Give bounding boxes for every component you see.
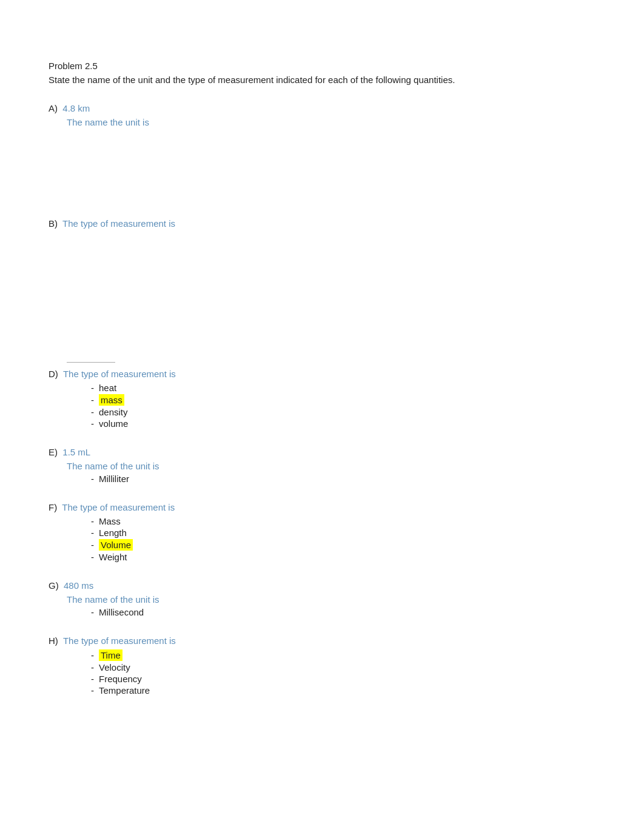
section-f: F) The type of measurement is -Mass -Len… [49, 502, 595, 562]
list-item: -heat [91, 383, 595, 393]
list-item: -Temperature [91, 685, 595, 696]
list-item: -Length [91, 528, 595, 538]
spacer-a [49, 146, 595, 218]
list-item: -density [91, 407, 595, 417]
list-item: -mass [91, 394, 595, 406]
spacer-b2 [49, 320, 595, 356]
section-d: D) The type of measurement is -heat -mas… [49, 369, 595, 429]
list-item: -Mass [91, 516, 595, 526]
section-f-prompt: The type of measurement is [62, 502, 175, 512]
section-b-label: B) The type of measurement is [49, 218, 595, 229]
list-item: -Time [91, 649, 595, 661]
section-e-prompt: The name of the unit is [67, 461, 595, 471]
underline-area [67, 362, 115, 363]
section-b-prompt: The type of measurement is [62, 218, 175, 229]
section-b: B) The type of measurement is [49, 218, 595, 229]
list-item: -Milliliter [91, 474, 595, 484]
section-d-prompt: The type of measurement is [63, 369, 176, 379]
section-e-letter: E) [49, 447, 58, 457]
problem-description: State the name of the unit and the type … [49, 75, 595, 85]
section-h-options: -Time -Velocity -Frequency -Temperature [91, 649, 595, 696]
section-a: A) 4.8 km The name the unit is [49, 103, 595, 127]
problem-title: Problem 2.5 [49, 61, 595, 71]
section-d-label: D) The type of measurement is [49, 369, 595, 379]
section-h-prompt: The type of measurement is [63, 635, 176, 646]
section-f-label: F) The type of measurement is [49, 502, 595, 512]
section-e: E) 1.5 mL The name of the unit is -Milli… [49, 447, 595, 484]
list-item: -Volume [91, 539, 595, 551]
section-e-quantity: 1.5 mL [62, 447, 90, 457]
section-d-options: -heat -mass -density -volume [91, 383, 595, 429]
section-g-letter: G) [49, 580, 59, 591]
section-d-letter: D) [49, 369, 58, 379]
section-h: H) The type of measurement is -Time -Vel… [49, 635, 595, 696]
list-item: -Weight [91, 552, 595, 562]
section-a-prompt: The name the unit is [67, 117, 595, 127]
section-a-quantity: 4.8 km [62, 103, 90, 113]
section-a-label: A) 4.8 km [49, 103, 595, 113]
spacer-b [49, 247, 595, 320]
section-b-letter: B) [49, 218, 58, 229]
section-f-options: -Mass -Length -Volume -Weight [91, 516, 595, 562]
section-e-label: E) 1.5 mL [49, 447, 595, 457]
list-item: -Frequency [91, 674, 595, 684]
section-g-options: -Millisecond [91, 607, 595, 617]
section-g-prompt: The name of the unit is [67, 594, 595, 605]
section-h-label: H) The type of measurement is [49, 635, 595, 646]
section-a-letter: A) [49, 103, 58, 113]
list-item: -Velocity [91, 662, 595, 672]
section-f-letter: F) [49, 502, 57, 512]
section-g-quantity: 480 ms [64, 580, 93, 591]
list-item: -volume [91, 418, 595, 429]
section-g-label: G) 480 ms [49, 580, 595, 591]
section-e-options: -Milliliter [91, 474, 595, 484]
section-h-letter: H) [49, 635, 58, 646]
list-item: -Millisecond [91, 607, 595, 617]
section-g: G) 480 ms The name of the unit is -Milli… [49, 580, 595, 617]
